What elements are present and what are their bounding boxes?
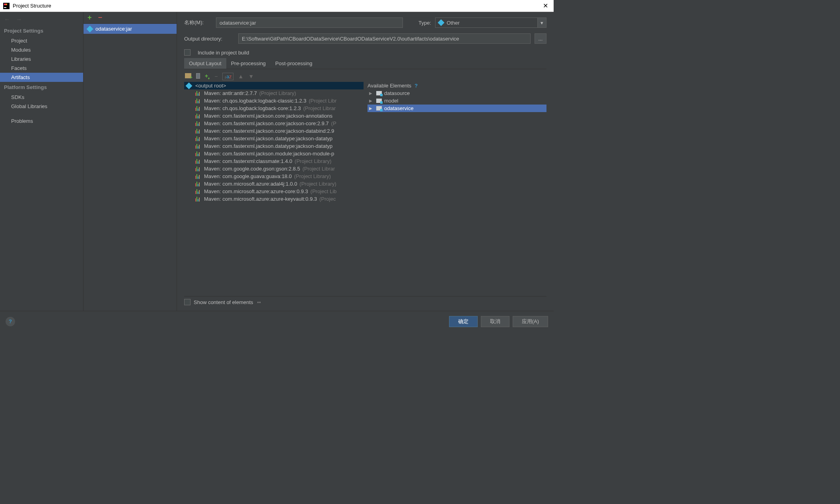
available-elements-header: Available Elements xyxy=(368,83,411,89)
type-value: Other xyxy=(447,20,460,26)
library-node[interactable]: Maven: antlr:antlr:2.7.7(Project Library… xyxy=(184,89,364,97)
sidebar-item-global-libraries[interactable]: Global Libraries xyxy=(0,102,83,111)
sidebar-item-libraries[interactable]: Libraries xyxy=(0,54,83,64)
sort-icon[interactable]: ↓az xyxy=(222,73,233,80)
module-icon xyxy=(376,106,382,110)
artifacts-list-panel: + − odataservice:jar xyxy=(84,12,177,311)
remove-artifact-icon[interactable]: − xyxy=(98,14,103,22)
intellij-icon xyxy=(3,3,10,9)
avail-item-model[interactable]: ▶model xyxy=(368,97,546,105)
type-select[interactable]: Other ▾ xyxy=(435,17,546,28)
library-icon xyxy=(195,151,200,156)
show-content-row: Show content of elements ▪▪ xyxy=(184,296,546,308)
library-node[interactable]: Maven: com.fasterxml.jackson.module:jack… xyxy=(184,150,364,157)
show-content-ellipsis-icon[interactable]: ▪▪ xyxy=(257,299,261,305)
library-node[interactable]: Maven: com.fasterxml.jackson.core:jackso… xyxy=(184,120,364,127)
artifact-name: odataservice:jar xyxy=(95,26,132,32)
avail-item-odataservice[interactable]: ▶odataservice xyxy=(368,105,546,112)
down-icon[interactable]: ▼ xyxy=(248,73,254,79)
help-icon[interactable]: ? xyxy=(6,317,15,326)
sidebar-item-facets[interactable]: Facets xyxy=(0,64,83,73)
library-node[interactable]: Maven: com.fasterxml.jackson.core:jackso… xyxy=(184,127,364,135)
library-icon xyxy=(195,99,200,103)
svg-rect-3 xyxy=(6,4,7,5)
artifact-name-input[interactable] xyxy=(216,17,403,28)
library-icon xyxy=(195,189,200,194)
library-icon xyxy=(195,129,200,134)
apply-button[interactable]: 应用(A) xyxy=(513,316,548,327)
library-node[interactable]: Maven: com.google.code.gson:gson:2.8.5(P… xyxy=(184,165,364,173)
svg-rect-1 xyxy=(4,7,6,8)
output-root-node[interactable]: <output root> xyxy=(184,82,364,89)
module-icon xyxy=(376,99,382,103)
library-node[interactable]: Maven: com.fasterxml:classmate:1.4.0(Pro… xyxy=(184,157,364,165)
detail-tabs: Output Layout Pre-processing Post-proces… xyxy=(184,58,546,69)
up-icon[interactable]: ▲ xyxy=(238,73,244,79)
library-icon xyxy=(195,114,200,118)
show-content-label: Show content of elements xyxy=(194,299,253,305)
sidebar-item-sdks[interactable]: SDKs xyxy=(0,93,83,102)
show-content-checkbox[interactable] xyxy=(184,299,191,305)
new-folder-icon[interactable] xyxy=(185,73,191,79)
browse-button[interactable]: ... xyxy=(535,33,546,44)
root-icon xyxy=(186,82,192,89)
library-icon xyxy=(195,91,200,96)
library-node[interactable]: Maven: ch.qos.logback:logback-core:1.2.3… xyxy=(184,105,364,112)
library-node[interactable]: Maven: com.fasterxml.jackson.datatype:ja… xyxy=(184,135,364,142)
library-icon xyxy=(195,182,200,186)
sidebar-item-project[interactable]: Project xyxy=(0,36,83,45)
output-layout-tree[interactable]: <output root> Maven: antlr:antlr:2.7.7(P… xyxy=(184,82,364,296)
library-node[interactable]: Maven: ch.qos.logback:logback-classic:1.… xyxy=(184,97,364,105)
library-node[interactable]: Maven: com.microsoft.azure:adal4j:1.0.0(… xyxy=(184,180,364,188)
avail-item-datasource[interactable]: ▶datasource xyxy=(368,89,546,97)
include-build-label: Include in project build xyxy=(198,50,249,56)
library-icon xyxy=(195,136,200,141)
tab-post-processing[interactable]: Post-processing xyxy=(270,58,317,69)
artifact-list-item[interactable]: odataservice:jar xyxy=(84,24,177,34)
cancel-button[interactable]: 取消 xyxy=(481,316,509,327)
add-artifact-icon[interactable]: + xyxy=(88,14,92,22)
settings-sidebar: ← → Project Settings Project Modules Lib… xyxy=(0,12,84,311)
module-icon xyxy=(376,91,382,95)
library-icon xyxy=(195,197,200,202)
type-label: Type: xyxy=(418,20,431,26)
platform-settings-header: Platform Settings xyxy=(0,82,83,93)
back-icon[interactable]: ← xyxy=(4,16,10,23)
artifacts-toolbar: + − xyxy=(84,12,177,24)
library-node[interactable]: Maven: com.google.guava:guava:18.0(Proje… xyxy=(184,173,364,180)
titlebar: Project Structure ✕ xyxy=(0,0,554,12)
name-label: 名称(M): xyxy=(184,19,212,26)
sidebar-item-modules[interactable]: Modules xyxy=(0,45,83,54)
output-dir-label: Output directory: xyxy=(184,36,234,42)
project-settings-header: Project Settings xyxy=(0,25,83,36)
remove-icon[interactable]: − xyxy=(214,73,218,79)
sidebar-item-artifacts[interactable]: Artifacts xyxy=(0,73,83,82)
dialog-footer: ? 确定 取消 应用(A) xyxy=(0,311,554,331)
chevron-down-icon: ▾ xyxy=(537,18,546,27)
help-hint-icon[interactable]: ? xyxy=(414,83,418,89)
svg-rect-2 xyxy=(4,4,6,5)
close-icon[interactable]: ✕ xyxy=(541,2,550,10)
layout-toolbar: +▾ − ↓az ▲ ▼ xyxy=(184,71,546,82)
include-build-checkbox[interactable] xyxy=(184,49,191,56)
library-icon xyxy=(195,167,200,171)
add-copy-icon[interactable]: +▾ xyxy=(205,73,210,80)
output-root-label: <output root> xyxy=(195,83,226,89)
tab-output-layout[interactable]: Output Layout xyxy=(184,58,226,69)
ok-button[interactable]: 确定 xyxy=(449,316,478,327)
nav-arrows: ← → xyxy=(0,14,83,25)
sidebar-item-problems[interactable]: Problems xyxy=(0,116,83,126)
output-dir-input[interactable] xyxy=(238,33,531,44)
window-title: Project Structure xyxy=(13,3,51,9)
available-elements-panel: Available Elements ? ▶datasource ▶model … xyxy=(364,82,546,296)
jar-icon[interactable] xyxy=(196,73,200,80)
library-node[interactable]: Maven: com.fasterxml.jackson.core:jackso… xyxy=(184,112,364,120)
library-node[interactable]: Maven: com.microsoft.azure:azure-keyvaul… xyxy=(184,195,364,203)
forward-icon[interactable]: → xyxy=(16,16,22,23)
library-node[interactable]: Maven: com.fasterxml.jackson.datatype:ja… xyxy=(184,142,364,150)
library-icon xyxy=(195,144,200,149)
library-icon xyxy=(195,174,200,179)
library-node[interactable]: Maven: com.microsoft.azure:azure-core:0.… xyxy=(184,188,364,195)
tab-pre-processing[interactable]: Pre-processing xyxy=(226,58,270,69)
artifact-icon xyxy=(87,25,93,32)
